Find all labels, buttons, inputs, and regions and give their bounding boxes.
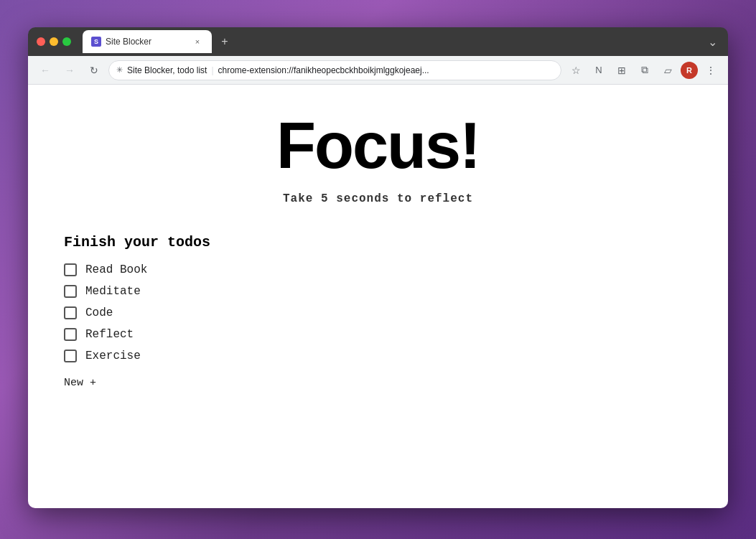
reload-button[interactable]: ↻: [84, 60, 104, 80]
page-content: Focus! Take 5 seconds to reflect Finish …: [28, 85, 728, 508]
todo-label-5: Exercise: [85, 350, 141, 362]
tab-close-button[interactable]: ×: [192, 36, 203, 47]
todo-item-2: Meditate: [64, 285, 351, 298]
todo-item-1: Read Book: [64, 263, 351, 276]
toolbar-icons: ☆ N ⊞ ⧉ ▱ R ⋮: [566, 60, 721, 80]
browser-titlebar: S Site Blocker × + ⌄: [28, 27, 728, 56]
forward-button[interactable]: →: [60, 60, 80, 80]
new-tab-button[interactable]: +: [216, 33, 233, 50]
todo-item-4: Reflect: [64, 328, 351, 341]
minimize-window-button[interactable]: [50, 37, 58, 46]
todos-section: Finish your todos Read Book Meditate Cod…: [64, 234, 351, 389]
todo-item-3: Code: [64, 306, 351, 319]
page-title: Focus!: [276, 113, 480, 178]
browser-window: S Site Blocker × + ⌄ ← → ↻ ✳ Site Blocke…: [28, 27, 728, 508]
back-button[interactable]: ←: [35, 60, 55, 80]
new-todo-button[interactable]: New +: [64, 377, 96, 389]
traffic-lights: [37, 37, 71, 46]
extensions-button[interactable]: ⊞: [612, 60, 632, 80]
cast-button[interactable]: ▱: [658, 60, 678, 80]
tab-title-label: Site Blocker: [106, 37, 151, 47]
address-favicon-icon: ✳: [116, 65, 123, 75]
bookmark-button[interactable]: ☆: [566, 60, 586, 80]
todo-checkbox-2[interactable]: [64, 285, 77, 298]
todo-checkbox-4[interactable]: [64, 328, 77, 341]
todo-label-2: Meditate: [85, 285, 141, 298]
address-site-name: Site Blocker, todo list: [127, 65, 207, 75]
more-options-button[interactable]: ⋮: [701, 60, 721, 80]
maximize-window-button[interactable]: [62, 37, 71, 46]
close-window-button[interactable]: [37, 37, 45, 46]
todos-heading: Finish your todos: [64, 234, 351, 250]
todo-item-5: Exercise: [64, 350, 351, 362]
profile-button[interactable]: R: [681, 62, 698, 79]
tab-favicon-icon: S: [91, 37, 101, 47]
todo-label-1: Read Book: [85, 263, 147, 276]
todo-label-4: Reflect: [85, 328, 134, 341]
todo-checkbox-1[interactable]: [64, 263, 77, 276]
address-divider: |: [211, 65, 213, 75]
address-bar[interactable]: ✳ Site Blocker, todo list | chrome-exten…: [108, 60, 561, 80]
browser-toolbar: ← → ↻ ✳ Site Blocker, todo list | chrome…: [28, 56, 728, 85]
todo-checkbox-5[interactable]: [64, 350, 77, 362]
page-subtitle: Take 5 seconds to reflect: [283, 192, 473, 205]
todo-checkbox-3[interactable]: [64, 306, 77, 319]
tab-bar: S Site Blocker × +: [83, 30, 699, 53]
active-tab[interactable]: S Site Blocker ×: [83, 30, 212, 53]
todo-label-3: Code: [85, 306, 113, 319]
address-url-text: chrome-extension://fanikheopecbckhboikjm…: [218, 65, 429, 75]
puzzle-extension-icon[interactable]: ⧉: [635, 60, 655, 80]
notion-extension-icon[interactable]: N: [589, 60, 609, 80]
browser-menu-button[interactable]: ⌄: [705, 35, 719, 49]
